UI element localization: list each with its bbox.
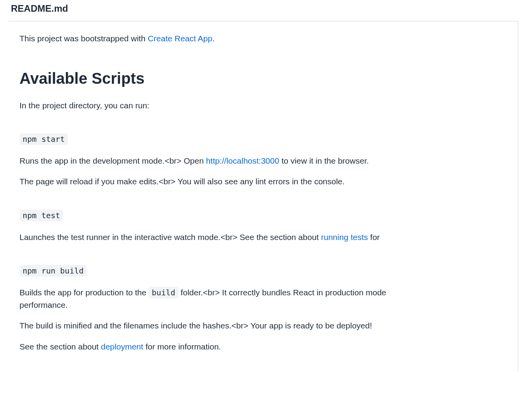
readme-content: This project was bootstrapped with Creat…	[8, 21, 518, 372]
npm-start-p1b: to view it in the browser.	[279, 156, 369, 165]
npm-build-p2: The build is minified and the filenames …	[19, 319, 506, 332]
build-folder-code: build	[149, 287, 178, 298]
file-title: README.md	[11, 2, 518, 16]
running-tests-link[interactable]: running tests	[321, 233, 368, 242]
npm-start-code: npm start	[19, 133, 68, 145]
npm-start-p1a: Runs the app in the development mode.<br…	[19, 156, 206, 165]
create-react-app-link[interactable]: Create React App	[148, 34, 212, 43]
npm-test-heading: npm test	[19, 208, 506, 222]
npm-build-heading: npm run build	[19, 263, 506, 278]
intro-prefix: This project was bootstrapped with	[19, 34, 148, 43]
npm-build-p1: Builds the app for production to the bui…	[19, 286, 506, 299]
npm-build-p1c: performance.	[19, 299, 506, 311]
intro-paragraph: This project was bootstrapped with Creat…	[19, 32, 506, 45]
npm-build-p1b: folder.<br> It correctly bundles React i…	[178, 288, 386, 297]
deployment-link[interactable]: deployment	[101, 342, 143, 351]
npm-test-code: npm test	[19, 210, 63, 221]
npm-start-p1: Runs the app in the development mode.<br…	[19, 155, 506, 167]
npm-start-heading: npm start	[19, 132, 506, 146]
npm-build-code: npm run build	[19, 265, 87, 277]
scripts-intro: In the project directory, you can run:	[19, 99, 506, 112]
npm-test-p1a: Launches the test runner in the interact…	[19, 233, 321, 242]
npm-build-p3a: See the section about	[19, 342, 101, 351]
localhost-link[interactable]: http://localhost:3000	[206, 156, 279, 165]
intro-suffix: .	[212, 34, 215, 43]
npm-test-p1: Launches the test runner in the interact…	[19, 231, 506, 244]
npm-build-p3: See the section about deployment for mor…	[19, 341, 506, 353]
npm-build-p3b: for more information.	[143, 342, 221, 351]
npm-test-p1b: for	[368, 233, 379, 242]
available-scripts-heading: Available Scripts	[19, 67, 506, 90]
npm-build-p1a: Builds the app for production to the	[19, 288, 149, 297]
npm-start-p2: The page will reload if you make edits.<…	[19, 175, 506, 188]
